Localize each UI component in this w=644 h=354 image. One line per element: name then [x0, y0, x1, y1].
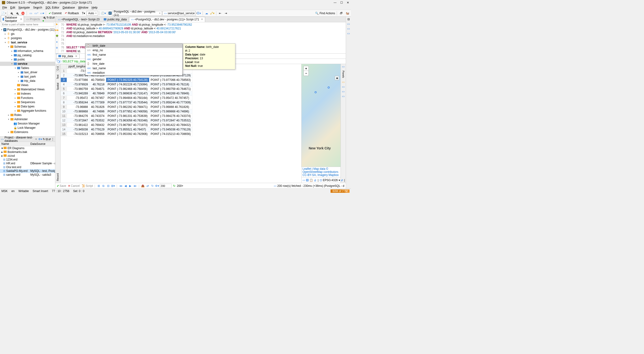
panel-calc-icon[interactable]: ▭: [342, 80, 344, 84]
memory-gauge[interactable]: 60M of 77M: [330, 189, 350, 193]
menu-sql-editor[interactable]: SQL Editor: [44, 5, 60, 10]
sql-editor-button[interactable]: ▭: [28, 11, 33, 16]
edit-dup-row-icon[interactable]: ⧉: [102, 184, 106, 188]
map-open-icon[interactable]: ▭: [302, 178, 305, 182]
tree-item[interactable]: ▸public: [0, 57, 55, 62]
navigator-tree[interactable]: ▾PPostgreSQL - db2.dev - postgres (11)▸🛢…: [0, 27, 55, 136]
rollback-button[interactable]: ↶Rollback: [64, 11, 80, 16]
tree-item[interactable]: ▾service: [0, 62, 55, 66]
bookmarks-icon[interactable]: ▭: [347, 27, 350, 30]
edit-add-row-icon[interactable]: ⊞: [97, 184, 101, 188]
switch-icon[interactable]: ⇄: [146, 184, 150, 188]
nav-first-icon[interactable]: ⏮: [119, 184, 123, 188]
panel-refs-icon[interactable]: ▭: [342, 90, 344, 93]
exec-dot-icon[interactable]: ●: [56, 40, 58, 43]
commit-button[interactable]: ✔Commit: [47, 11, 63, 16]
autocomplete-popup[interactable]: ⌚birth_date123emp_noABCfirst_nameABCgend…: [85, 43, 182, 75]
grid-row[interactable]: 11-73.98427640.743374POINT (-73.981331 4…: [61, 114, 192, 118]
editor-tab[interactable]: ▭<PostgreSQL - test> Script-23: [56, 17, 102, 22]
map-panel[interactable]: +− New York City ◈ Leaflet | Map data © …: [301, 64, 340, 183]
schema-combo[interactable]: ▭service@taxi_service▾: [162, 11, 196, 16]
indent-button[interactable]: ⇥: [223, 11, 228, 16]
mapbox-link[interactable]: Mapbox: [329, 173, 339, 177]
view-record-tab[interactable]: Record: [56, 172, 59, 182]
project-row[interactable]: ⊞ 1234.erd2019-08-15 23:01:53.352: [0, 158, 55, 162]
grid-row[interactable]: 13-73.98142240.769432POINT (-73.967567 4…: [61, 123, 192, 127]
grid-row[interactable]: 12-73.97284740.753532POINT (-73.963058 4…: [61, 118, 192, 123]
proj-col-name[interactable]: Name: [0, 142, 29, 146]
outline-icon[interactable]: ▭: [347, 22, 350, 26]
panels-label[interactable]: Panels: [342, 70, 344, 79]
dbeaver-button[interactable]: 🐿️: [345, 11, 350, 16]
project-row[interactable]: ⊞ SakilaPG-My.erdMySQL - test, Postgr...…: [0, 169, 55, 173]
grid-row[interactable]: 4-73.97892840.76218POINT (-74.002228 40.…: [61, 82, 192, 87]
connection-combo[interactable]: PostgreSQL - db2.dev - postgres (11)▾: [112, 11, 162, 16]
proj-menu-icon[interactable]: ⋮: [51, 138, 54, 141]
outdent-button[interactable]: ⇤: [218, 11, 223, 16]
config-icon[interactable]: ⚙▾: [155, 184, 159, 188]
maximize-button[interactable]: ☐: [340, 1, 343, 4]
fetch-next-label[interactable]: 200+: [177, 184, 183, 187]
exec-gear-icon[interactable]: ⚙: [56, 46, 58, 49]
tree-item[interactable]: ▸Sequences: [0, 100, 55, 104]
project-table[interactable]: Name DataSource Modified ▾ ER Diagrams20…: [0, 142, 55, 188]
panel-meta-icon[interactable]: ▭: [342, 95, 344, 98]
map-srs-label[interactable]: EPSG:4326: [323, 178, 338, 182]
autocommit-combo[interactable]: Auto▾: [86, 11, 98, 16]
export-icon[interactable]: 📤: [141, 184, 145, 188]
map-copy-icon[interactable]: 📋: [310, 178, 313, 182]
nav-next-icon[interactable]: ▶: [128, 184, 132, 188]
grid-row[interactable]: 7-73.9547240.787457POINT (-73.994904 40.…: [61, 96, 192, 100]
tree-item[interactable]: ▾Administer: [0, 117, 55, 121]
autocomplete-item[interactable]: ABCgender: [86, 57, 182, 62]
map-marker[interactable]: [315, 91, 316, 93]
view-grid-tab[interactable]: Grid: [56, 65, 59, 72]
proj-refresh-icon[interactable]: ↻: [43, 138, 45, 141]
txn-mode-button[interactable]: T▾: [81, 11, 86, 16]
panel-value-icon[interactable]: ▭: [342, 65, 344, 68]
autocomplete-item[interactable]: ABCmedallion: [86, 71, 182, 75]
tree-item[interactable]: ▸Indexes: [0, 92, 55, 96]
save-button[interactable]: Save: [60, 184, 66, 187]
project-row[interactable]: ⊞ HR.erdDBeaver Sample - orcl2019-08-15 …: [0, 162, 55, 165]
tree-item[interactable]: 🔒Lock Manager: [0, 126, 55, 130]
menu-help[interactable]: Help: [90, 5, 99, 10]
proj-link-icon[interactable]: ⇄: [48, 138, 51, 141]
status-locale[interactable]: MSK: [2, 189, 8, 193]
tree-item[interactable]: ▸🛢postgres: [0, 36, 55, 40]
results-tab-trip-data[interactable]: trip_data✕: [56, 54, 80, 59]
status-lang[interactable]: en: [12, 189, 14, 193]
grid-row[interactable]: 9-73.9688840.761826POINT (-73.982292 40.…: [61, 105, 192, 109]
tab-projects[interactable]: ▭Projects: [25, 17, 41, 21]
perspective-button[interactable]: 🗗: [338, 11, 344, 16]
edit-del-row-icon[interactable]: ⊟: [106, 184, 110, 188]
grid-row[interactable]: 10-73.98986840.74696POINT (-73.977852 40…: [61, 109, 192, 114]
navigator-filter-input[interactable]: [1, 22, 54, 26]
tree-item[interactable]: 👥Session Manager: [0, 121, 55, 126]
autocomplete-item[interactable]: ⌚birth_date: [86, 44, 182, 48]
autocomplete-item[interactable]: ABCfirst_name: [86, 53, 182, 57]
minimize-button[interactable]: —: [334, 1, 336, 4]
history-button[interactable]: 🕘▾: [101, 11, 106, 16]
map-marker[interactable]: [328, 87, 330, 88]
tree-item[interactable]: ▾Tables: [0, 66, 55, 70]
tree-item[interactable]: ▸Extensions: [0, 130, 55, 134]
exec-statement-icon[interactable]: ▶: [56, 23, 58, 25]
menu-search[interactable]: Search: [32, 5, 44, 10]
tree-item[interactable]: ▸trip_data: [0, 79, 55, 83]
proj-collapse-icon[interactable]: ⊟: [46, 138, 48, 141]
tree-item[interactable]: ▸Roles: [0, 113, 55, 117]
tree-item[interactable]: ▸information_schema: [0, 49, 55, 53]
proj-config-icon[interactable]: ⚙▾: [38, 138, 42, 141]
nav-refresh-icon[interactable]: ↻: [46, 16, 49, 22]
col-rownum[interactable]: [61, 64, 67, 69]
highlight-button[interactable]: 🖍▾: [210, 11, 215, 16]
results-grid[interactable]: ppoff_longitude 1-73.992-73.98679440.737…: [60, 64, 301, 183]
map-print-icon[interactable]: 🖨: [314, 178, 316, 182]
project-row[interactable]: ⊞ sample.erdMySQL - sakila32019-08-15 23…: [0, 173, 55, 177]
status-writable[interactable]: Writable: [18, 189, 29, 193]
tab-database-navigator[interactable]: Database Navigator✕: [1, 15, 24, 23]
menu-file[interactable]: File: [1, 5, 8, 10]
toggle-list-button[interactable]: ☰▾: [196, 11, 201, 16]
autocomplete-item[interactable]: 123emp_no: [86, 48, 182, 53]
